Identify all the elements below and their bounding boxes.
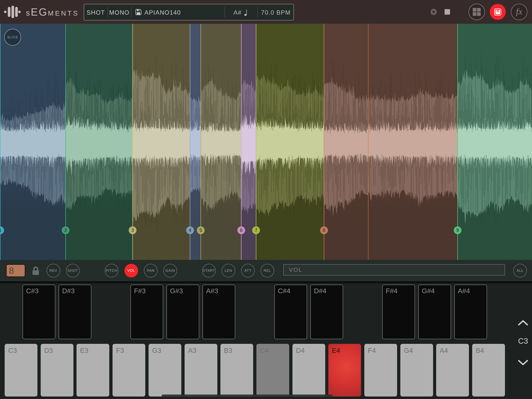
svg-text:2: 2: [64, 228, 67, 233]
svg-text:1: 1: [0, 228, 1, 233]
svg-text:6: 6: [240, 228, 242, 233]
svg-text:3: 3: [131, 228, 134, 233]
svg-text:5: 5: [199, 228, 202, 233]
svg-text:SLICE: SLICE: [7, 36, 18, 39]
svg-text:fx: fx: [516, 6, 522, 16]
svg-text:7: 7: [255, 228, 257, 233]
svg-text:8: 8: [323, 228, 325, 233]
svg-text:4: 4: [189, 228, 191, 233]
svg-text:9: 9: [456, 228, 459, 233]
svg-text:C3: C3: [518, 337, 528, 345]
